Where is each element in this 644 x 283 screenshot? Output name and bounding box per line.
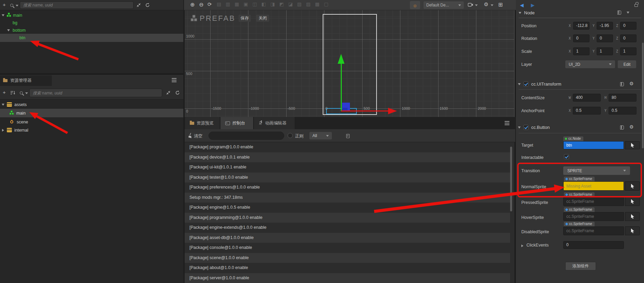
align-tool-icon[interactable]: ▥: [226, 1, 230, 7]
panel-menu-icon[interactable]: [505, 121, 509, 122]
scene-view[interactable]: PREFAB 保存 关闭 -1500-1000-5000500100015002…: [185, 10, 515, 117]
reset-view-icon[interactable]: ⟳: [208, 1, 212, 8]
expand-arrow-icon[interactable]: [2, 14, 4, 16]
uitransform-enabled-checkbox[interactable]: [523, 81, 528, 87]
gizmo-x-axis[interactable]: [341, 110, 389, 111]
align-tool-icon[interactable]: ◫: [252, 1, 257, 7]
collapse-arrow-icon[interactable]: [519, 12, 521, 14]
normalsprite-missing-asset-box[interactable]: Missing Asset: [563, 181, 624, 191]
align-tool-icon[interactable]: ◩: [279, 1, 284, 7]
expand-arrow-icon[interactable]: [2, 104, 4, 106]
console-log-list[interactable]: [Package] program@1.0.0 enable[Package] …: [185, 142, 510, 283]
align-tool-icon[interactable]: ▢: [324, 1, 328, 7]
hoversprite-picker-button[interactable]: [625, 212, 640, 221]
log-level-dropdown[interactable]: All: [309, 132, 332, 139]
console-log-row[interactable]: [Package] device@1.0.1 enable: [185, 152, 510, 163]
layout-icon[interactable]: ⊞: [498, 1, 503, 8]
node-section-header[interactable]: Node: [519, 10, 535, 15]
clickevents-expand-icon[interactable]: [521, 244, 523, 247]
pressedsprite-value-box[interactable]: cc.SpriteFrame: [563, 197, 624, 206]
interactable-checkbox[interactable]: [564, 154, 569, 159]
console-log-row[interactable]: Setup mods mgr.: 347.18ms: [185, 193, 510, 203]
contentsize-w-field[interactable]: 400: [573, 94, 601, 102]
align-tool-icon[interactable]: ▤: [217, 1, 221, 7]
asset-item-assets[interactable]: assets: [0, 101, 183, 108]
gear-icon[interactable]: ⚙: [484, 1, 488, 8]
export-log-icon[interactable]: [346, 134, 350, 138]
camera-icon[interactable]: [468, 3, 473, 8]
collapse-all-icon[interactable]: [166, 90, 171, 96]
uitransform-header[interactable]: cc.UITransform: [518, 81, 561, 87]
nav-back-icon[interactable]: ◀: [520, 2, 524, 8]
console-log-row[interactable]: [Package] preferences@1.0.0 enable: [185, 182, 510, 193]
help-book-icon[interactable]: [620, 125, 624, 130]
scale-z-field[interactable]: 1: [620, 47, 637, 55]
console-log-row[interactable]: [Package] engine@1.0.5 enable: [185, 203, 510, 213]
asset-item-scene[interactable]: scene: [0, 118, 183, 126]
zoom-out-icon[interactable]: ⊖: [199, 1, 203, 8]
rotation-y-field[interactable]: 0: [597, 34, 613, 42]
lock-icon[interactable]: [634, 4, 638, 7]
scene-profile-dropdown[interactable]: Default De...: [424, 1, 464, 9]
assets-search-input[interactable]: [29, 89, 162, 97]
node-menu-icon[interactable]: [627, 12, 629, 14]
tab-animation-editor[interactable]: 动画编辑器: [254, 117, 295, 129]
collapse-arrow-icon[interactable]: [518, 83, 521, 85]
sort-icon[interactable]: [10, 90, 16, 96]
hoversprite-value-box[interactable]: cc.SpriteFrame: [563, 212, 624, 221]
console-log-row[interactable]: [Package] engine-extends@1.0.0 enable: [185, 223, 510, 233]
search-icon[interactable]: [20, 91, 23, 95]
search-filter-caret-icon[interactable]: [16, 5, 18, 6]
prefab-save-button[interactable]: 保存: [239, 15, 251, 22]
button-header[interactable]: cc.Button: [518, 125, 550, 130]
console-log-row[interactable]: [Package] ui-kit@1.0.1 enable: [185, 162, 510, 173]
search-filter-caret-icon[interactable]: [25, 92, 28, 94]
assets-panel-tab[interactable]: 资源管理器: [0, 75, 52, 86]
nav-forward-icon[interactable]: ▶: [531, 2, 535, 8]
console-scrollbar[interactable]: [510, 147, 512, 211]
align-tool-icon[interactable]: ▦: [234, 1, 239, 7]
broom-icon[interactable]: [188, 133, 193, 139]
collapsed-arrow-icon[interactable]: [2, 129, 4, 132]
rotation-x-field[interactable]: 0: [573, 34, 589, 42]
align-tool-icon[interactable]: ▨: [306, 1, 310, 7]
pressedsprite-picker-button[interactable]: [625, 197, 640, 206]
panel-menu-icon[interactable]: [172, 78, 177, 79]
gear-dropdown-caret-icon[interactable]: [491, 4, 493, 6]
anchorpoint-y-field[interactable]: 0.5: [609, 107, 637, 115]
scale-x-field[interactable]: 1: [573, 47, 589, 55]
camera-dropdown-caret-icon[interactable]: [475, 4, 478, 6]
gear-icon[interactable]: ⚙: [629, 124, 634, 130]
console-log-row[interactable]: [Package] server@1.0.0 enable: [185, 273, 510, 283]
align-tool-icon[interactable]: ◪: [288, 1, 293, 7]
asset-item-internal[interactable]: internal: [0, 126, 183, 134]
console-log-row[interactable]: [Package] scene@1.0.0 enable: [185, 253, 510, 263]
position-z-field[interactable]: 0: [620, 22, 637, 30]
search-icon[interactable]: [10, 3, 13, 8]
anchorpoint-x-field[interactable]: 0.5: [573, 107, 601, 115]
add-node-button[interactable]: +: [3, 2, 6, 8]
disabledsprite-value-box[interactable]: cc.SpriteFrame: [563, 226, 624, 235]
scale-y-field[interactable]: 1: [597, 47, 613, 55]
collapse-arrow-icon[interactable]: [518, 126, 521, 129]
refresh-icon[interactable]: [175, 90, 180, 96]
expand-arrow-icon[interactable]: [7, 29, 10, 31]
inspector-scrollbar[interactable]: [642, 43, 644, 148]
prefab-close-button[interactable]: 关闭: [256, 15, 269, 22]
rotation-z-field[interactable]: 0: [620, 34, 637, 42]
target-value-box[interactable]: btn: [563, 141, 624, 149]
tab-console[interactable]: >_ 控制台: [220, 117, 254, 129]
zoom-in-icon[interactable]: ⊕: [190, 1, 195, 8]
layer-edit-button[interactable]: Edit: [618, 60, 636, 68]
tree-node-btn-selected[interactable]: btn: [0, 34, 183, 42]
position-y-field[interactable]: -1.95: [597, 22, 613, 30]
align-tool-icon[interactable]: ▩: [315, 1, 320, 7]
tree-node-bg[interactable]: bg: [0, 19, 183, 27]
console-filter-input[interactable]: [209, 132, 284, 140]
tree-node-main[interactable]: main: [0, 11, 183, 19]
align-tool-icon[interactable]: ▧: [297, 1, 302, 7]
tree-node-bottom[interactable]: bottom: [0, 26, 183, 34]
console-clear-button[interactable]: 清空: [194, 133, 202, 139]
normalsprite-picker-button[interactable]: [625, 181, 640, 191]
refresh-icon[interactable]: [145, 3, 150, 9]
